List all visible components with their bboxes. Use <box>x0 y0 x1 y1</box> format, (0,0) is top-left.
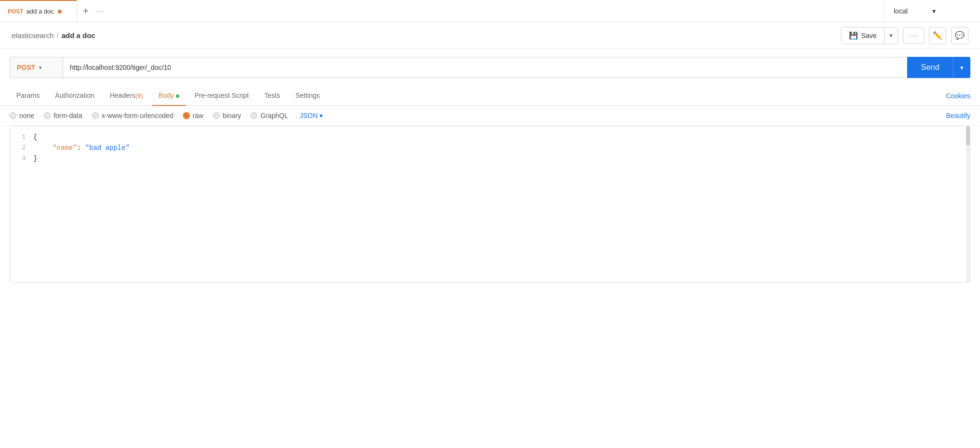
radio-none <box>10 112 16 119</box>
body-type-urlencoded[interactable]: x-www-form-urlencoded <box>92 112 173 119</box>
tab-headers[interactable]: Headers(9) <box>103 86 150 106</box>
url-input[interactable] <box>63 57 907 78</box>
save-button-group: 💾 Save ▾ <box>841 27 898 44</box>
method-selector[interactable]: POST ▾ <box>10 57 63 78</box>
beautify-button[interactable]: Beautify <box>946 112 970 119</box>
radio-form-data <box>44 112 51 119</box>
breadcrumb-separator: / <box>57 31 59 40</box>
tabs-nav-right: Cookies <box>946 92 970 100</box>
tabs-navigation: Params Authorization Headers(9) Body Pre… <box>0 86 980 106</box>
tab-method: POST <box>8 8 24 15</box>
request-name: add a doc <box>62 31 95 40</box>
add-tab-button[interactable]: + <box>83 6 89 16</box>
json-type-label: JSON <box>300 112 318 119</box>
collection-name[interactable]: elasticsearch <box>12 31 54 40</box>
scrollbar-thumb[interactable] <box>966 126 970 145</box>
code-line-2: 2 "name": "bad apple" <box>10 143 968 153</box>
breadcrumb: elasticsearch / add a doc <box>12 31 95 40</box>
env-chevron-icon: ▾ <box>932 7 971 15</box>
tab-dot <box>58 10 62 13</box>
headers-badge: (9) <box>135 92 143 99</box>
scrollbar-track[interactable] <box>966 126 970 282</box>
code-line-1: 1 { <box>10 132 968 143</box>
tab-tests[interactable]: Tests <box>258 86 287 106</box>
request-bar: POST ▾ Send ▾ <box>0 49 980 86</box>
main-content: elasticsearch / add a doc 💾 Save ▾ ··· ✏… <box>0 22 980 448</box>
radio-urlencoded <box>92 112 99 119</box>
tab-settings[interactable]: Settings <box>289 86 327 106</box>
body-type-graphql[interactable]: GraphQL <box>251 112 288 119</box>
tab-authorization[interactable]: Authorization <box>48 86 101 106</box>
tab-more-button[interactable]: ··· <box>96 7 105 15</box>
edit-icon: ✏️ <box>933 31 942 40</box>
cookies-link[interactable]: Cookies <box>946 92 970 100</box>
save-dropdown-button[interactable]: ▾ <box>885 28 898 43</box>
active-tab[interactable]: POST add a doc <box>0 0 77 22</box>
save-chevron-icon: ▾ <box>889 32 893 39</box>
code-editor-area: 1 { 2 "name": "bad apple" 3 } <box>10 126 970 283</box>
breadcrumb-bar: elasticsearch / add a doc 💾 Save ▾ ··· ✏… <box>0 22 980 49</box>
body-type-raw[interactable]: raw <box>183 112 204 119</box>
tab-prerequest[interactable]: Pre-request Script <box>188 86 256 106</box>
send-button[interactable]: Send <box>907 57 953 78</box>
radio-raw <box>183 112 190 119</box>
tab-actions: + ··· <box>77 6 110 16</box>
edit-button[interactable]: ✏️ <box>929 27 946 44</box>
body-type-form-data[interactable]: form-data <box>44 112 82 119</box>
body-type-none[interactable]: none <box>10 112 34 119</box>
code-editor[interactable]: 1 { 2 "name": "bad apple" 3 } <box>10 126 970 282</box>
toolbar-more-button[interactable]: ··· <box>903 27 924 44</box>
tab-bar: POST add a doc + ··· local ▾ <box>0 0 980 22</box>
radio-graphql <box>251 112 257 119</box>
line-number-1: 1 <box>10 132 33 143</box>
json-type-dropdown[interactable]: JSON ▾ <box>300 112 323 119</box>
tab-params[interactable]: Params <box>10 86 46 106</box>
line-number-3: 3 <box>10 153 33 164</box>
env-name: local <box>894 7 932 15</box>
filler-area <box>0 292 980 448</box>
breadcrumb-actions: 💾 Save ▾ ··· ✏️ 💬 <box>841 27 968 44</box>
json-dropdown-chevron-icon: ▾ <box>319 112 323 119</box>
code-line-3: 3 } <box>10 153 968 164</box>
method-chevron-icon: ▾ <box>39 65 42 71</box>
send-chevron-icon: ▾ <box>960 64 964 71</box>
body-dot <box>176 94 179 98</box>
environment-selector[interactable]: local ▾ <box>884 0 980 22</box>
line-number-2: 2 <box>10 143 33 153</box>
tab-title: add a doc <box>26 8 54 15</box>
save-button[interactable]: 💾 Save <box>841 27 885 44</box>
send-button-group: Send ▾ <box>907 57 970 78</box>
body-type-bar: none form-data x-www-form-urlencoded raw… <box>0 106 980 126</box>
save-icon: 💾 <box>849 31 858 40</box>
radio-binary <box>213 112 220 119</box>
body-type-binary[interactable]: binary <box>213 112 241 119</box>
send-dropdown-button[interactable]: ▾ <box>953 57 970 78</box>
comment-button[interactable]: 💬 <box>951 27 968 44</box>
comment-icon: 💬 <box>955 31 965 40</box>
save-label: Save <box>861 32 876 40</box>
method-text: POST <box>17 64 35 71</box>
tab-body[interactable]: Body <box>152 86 186 106</box>
